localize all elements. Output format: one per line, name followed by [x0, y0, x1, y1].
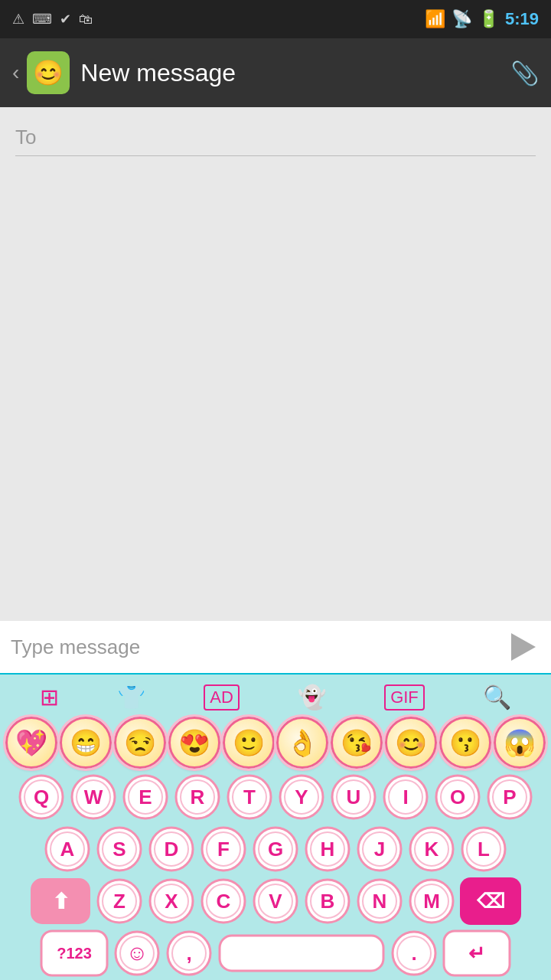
period-key[interactable]: .	[390, 929, 438, 977]
key-x[interactable]: X	[148, 877, 195, 925]
delete-key[interactable]: ⌫	[460, 877, 521, 925]
ghost-toolbar-icon[interactable]: 👻	[298, 684, 326, 710]
key-a[interactable]: A	[44, 825, 91, 873]
key-o[interactable]: O	[434, 773, 481, 821]
key-k[interactable]: K	[408, 825, 455, 873]
emoji-key-heart[interactable]: 💖	[5, 717, 57, 769]
key-d[interactable]: D	[148, 825, 195, 873]
warning-icon: ⚠	[12, 11, 24, 28]
emoji-key-heart-eyes[interactable]: 😍	[168, 717, 220, 769]
emoji-key-grin[interactable]: 😁	[60, 717, 112, 769]
check-icon: ✔	[60, 11, 71, 28]
key-q[interactable]: Q	[18, 773, 65, 821]
key-i[interactable]: I	[382, 773, 429, 821]
key-z[interactable]: Z	[96, 877, 143, 925]
emoji-key-kissface[interactable]: 😗	[439, 717, 491, 769]
key-y[interactable]: Y	[278, 773, 325, 821]
send-arrow-icon	[511, 633, 536, 661]
back-button[interactable]: ‹	[12, 60, 19, 85]
enter-key[interactable]: ↵	[442, 929, 511, 977]
type-message-row	[0, 621, 551, 675]
to-field-container	[0, 107, 551, 156]
battery-icon: 🔋	[478, 9, 499, 29]
emoji-key-unamused[interactable]: 😒	[114, 717, 166, 769]
gif-toolbar-icon[interactable]: GIF	[384, 684, 425, 710]
emoji-key-blush[interactable]: 😊	[385, 717, 437, 769]
shift-key[interactable]: ⬆	[30, 877, 91, 925]
num-key[interactable]: ?123	[40, 929, 109, 977]
space-key[interactable]	[217, 929, 386, 977]
key-s[interactable]: S	[96, 825, 143, 873]
svg-rect-58	[220, 936, 383, 971]
status-bar: ⚠ ⌨ ✔ 🛍 📶 📡 🔋 5:19	[0, 0, 551, 38]
key-e[interactable]: E	[122, 773, 169, 821]
keyboard-row-2: A S D F G H J K	[3, 825, 548, 873]
grid-toolbar-icon[interactable]: ⊞	[40, 684, 59, 710]
keyboard-area: ⊞ 👕 AD 👻 GIF 🔍 💖 😁 😒 😍 🙂 👌 😘 😊 😗 😱 Q W	[0, 675, 551, 980]
key-m[interactable]: M	[408, 877, 455, 925]
emoji-toolbar: ⊞ 👕 AD 👻 GIF 🔍	[3, 681, 548, 717]
search-toolbar-icon[interactable]: 🔍	[483, 684, 511, 710]
ad-toolbar-icon[interactable]: AD	[204, 684, 240, 710]
attach-icon[interactable]: 📎	[510, 60, 539, 87]
send-button[interactable]	[500, 629, 540, 665]
key-c[interactable]: C	[200, 877, 247, 925]
message-input[interactable]	[11, 635, 500, 659]
emoji-row: 💖 😁 😒 😍 🙂 👌 😘 😊 😗 😱	[3, 717, 548, 769]
app-emoji: 😊	[33, 58, 64, 87]
page-title: New message	[80, 59, 510, 87]
key-g[interactable]: G	[252, 825, 299, 873]
emoji-key-ok[interactable]: 👌	[276, 717, 328, 769]
key-l[interactable]: L	[460, 825, 507, 873]
key-u[interactable]: U	[330, 773, 377, 821]
wifi-icon: 📶	[425, 9, 445, 29]
app-icon: 😊	[27, 51, 70, 94]
emoji-key-kiss[interactable]: 😘	[331, 717, 383, 769]
emoji-face-key[interactable]: ☺	[113, 929, 161, 977]
bag-icon: 🛍	[79, 11, 93, 28]
key-w[interactable]: W	[70, 773, 117, 821]
key-v[interactable]: V	[252, 877, 299, 925]
keyboard-bottom-row: ?123 ☺ , . ↵	[3, 929, 548, 977]
key-b[interactable]: B	[304, 877, 351, 925]
signal-icon: 📡	[452, 9, 472, 29]
emoji-key-shocked[interactable]: 😱	[494, 717, 546, 769]
key-r[interactable]: R	[174, 773, 221, 821]
status-right: 📶 📡 🔋 5:19	[425, 9, 539, 29]
key-n[interactable]: N	[356, 877, 403, 925]
emoji-key-smile[interactable]: 🙂	[223, 717, 275, 769]
key-t[interactable]: T	[226, 773, 273, 821]
key-j[interactable]: J	[356, 825, 403, 873]
keyboard-row-1: Q W E R T Y U I	[3, 773, 548, 821]
clock: 5:19	[505, 9, 539, 29]
key-f[interactable]: F	[200, 825, 247, 873]
keyboard-icon: ⌨	[32, 11, 52, 28]
key-h[interactable]: H	[304, 825, 351, 873]
key-p[interactable]: P	[486, 773, 533, 821]
message-area	[0, 156, 551, 621]
comma-key[interactable]: ,	[165, 929, 213, 977]
shirt-toolbar-icon[interactable]: 👕	[117, 684, 145, 710]
status-icons-left: ⚠ ⌨ ✔ 🛍	[12, 11, 93, 28]
to-input[interactable]	[15, 119, 536, 156]
keyboard-row-3: ⬆ Z X C V B N M ⌫	[3, 877, 548, 925]
top-bar: ‹ 😊 New message 📎	[0, 38, 551, 107]
